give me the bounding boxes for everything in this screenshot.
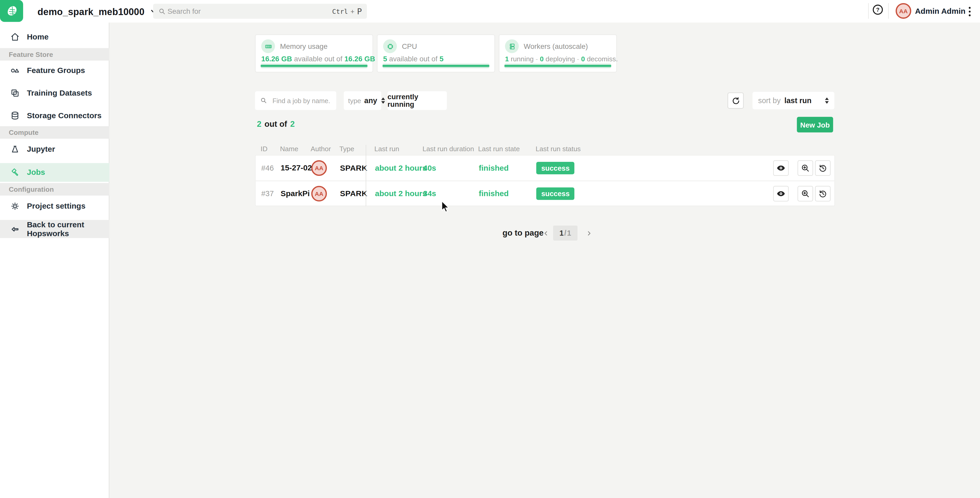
sidebar-item-label: Jobs (27, 168, 45, 177)
sort-value: last run (784, 96, 811, 105)
page-separator: / (564, 228, 566, 238)
memory-value: 16.26 GB available out of 16.26 GB (261, 55, 375, 63)
project-name: demo_spark_meb10000 (37, 6, 145, 17)
home-icon (10, 32, 20, 42)
topbar-divider (888, 3, 889, 19)
shortcut-plus: + (351, 8, 355, 15)
sidebar-item-label: Jupyter (27, 145, 55, 154)
global-search[interactable]: Ctrl + P (153, 4, 367, 19)
cpu-progress-bar (383, 63, 489, 68)
inspect-job-button[interactable] (797, 160, 813, 176)
sidebar: Home Feature Store Feature Groups Traini… (0, 22, 110, 498)
zoom-in-icon (801, 163, 810, 173)
hops-icon (5, 4, 19, 18)
sidebar-item-jobs[interactable]: Jobs (0, 163, 110, 182)
job-search[interactable] (255, 91, 336, 110)
sort-select[interactable]: sort by last run (752, 92, 834, 109)
job-name[interactable]: SparkPi (281, 189, 310, 198)
job-duration: 34s (423, 189, 436, 198)
go-to-page-label: go to page (503, 228, 544, 238)
job-history-button[interactable] (815, 160, 830, 176)
job-history-button[interactable] (815, 186, 830, 201)
workers-card: Workers (autoscale) 1 running - 0 deploy… (499, 34, 617, 73)
header-last-run-status: Last run status (536, 145, 581, 152)
workers-value: 1 running - 0 deploying - 0 decomiss. (505, 55, 618, 63)
refresh-button[interactable] (727, 92, 744, 109)
separator: - (577, 55, 579, 63)
page-indicator[interactable]: 1 / 1 (553, 225, 578, 241)
sidebar-item-training-datasets[interactable]: Training Datasets (0, 84, 110, 102)
sidebar-item-label: Feature Groups (27, 66, 85, 75)
gear-icon (10, 201, 20, 211)
card-title: Memory usage (280, 43, 328, 50)
search-icon (158, 7, 166, 15)
sidebar-section-label: Configuration (9, 186, 54, 193)
sidebar-item-jupyter[interactable]: Jupyter (0, 141, 110, 158)
sidebar-item-project-settings[interactable]: Project settings (0, 197, 110, 215)
help-button[interactable]: ? (872, 4, 884, 16)
global-search-input[interactable] (166, 7, 332, 16)
memory-total: 16.26 GB (344, 55, 375, 63)
cpu-total: 5 (439, 55, 443, 63)
previous-page-button[interactable] (541, 227, 550, 239)
job-duration: 40s (423, 164, 436, 173)
topbar-divider (868, 3, 869, 19)
sidebar-section-label: Feature Store (9, 51, 53, 58)
user-avatar[interactable]: AA (896, 3, 911, 19)
question-circle-icon: ? (872, 4, 884, 16)
header-id: ID (261, 145, 267, 152)
table-row[interactable]: #37 SparkPi AA SPARK about 2 hours 34s f… (256, 181, 834, 206)
sidebar-item-back-to-hopsworks[interactable]: Back to current Hopsworks (0, 220, 110, 238)
card-title: Workers (autoscale) (523, 43, 588, 50)
main-content: Memory usage 16.26 GB available out of 1… (110, 22, 980, 498)
sidebar-item-feature-groups[interactable]: Feature Groups (0, 62, 110, 79)
user-name[interactable]: Admin Admin (915, 0, 966, 22)
memory-middle-text: available out of (294, 55, 342, 63)
memory-available: 16.26 GB (261, 55, 292, 63)
sort-label: sort by (758, 96, 781, 105)
training-datasets-icon (10, 88, 20, 98)
inspect-job-button[interactable] (797, 186, 813, 201)
search-icon (260, 97, 267, 105)
history-icon (818, 163, 827, 173)
hopsworks-logo[interactable] (0, 0, 23, 22)
eye-icon (776, 189, 786, 198)
total-pages: 1 (567, 228, 571, 238)
memory-usage-card: Memory usage 16.26 GB available out of 1… (255, 34, 373, 73)
arrow-left-icon (10, 224, 20, 234)
workers-decommissioning-label: decomiss. (587, 55, 618, 63)
workers-icon (505, 40, 519, 53)
header-author: Author (310, 145, 331, 152)
shortcut-key: P (357, 6, 362, 16)
sidebar-section-label: Compute (9, 128, 39, 136)
cpu-card: CPU 5 available out of 5 (377, 34, 495, 73)
jobs-table: #46 15-27-02 AA SPARK about 2 hours 40s … (255, 155, 835, 206)
overflow-menu-button[interactable] (964, 0, 974, 22)
hopsworks-app: demo_spark_meb10000 Ctrl + P ? AA Admin … (0, 0, 980, 498)
results-of-text: out of (264, 119, 287, 128)
jupyter-icon (10, 144, 20, 154)
table-row[interactable]: #46 15-27-02 AA SPARK about 2 hours 40s … (256, 155, 834, 181)
currently-running-filter[interactable]: currently running (388, 91, 447, 110)
project-switcher[interactable]: demo_spark_meb10000 (37, 0, 158, 22)
feature-groups-icon (10, 66, 20, 76)
header-type: Type (339, 145, 354, 152)
sidebar-item-storage-connectors[interactable]: Storage Connectors (0, 107, 110, 124)
view-job-button[interactable] (773, 186, 789, 201)
sidebar-item-label: Project settings (27, 202, 86, 211)
zoom-in-icon (801, 189, 810, 198)
current-page: 1 (560, 228, 564, 238)
new-job-button[interactable]: New Job (797, 117, 833, 133)
job-name[interactable]: 15-27-02 (281, 164, 310, 173)
sidebar-section-feature-store: Feature Store (0, 48, 110, 60)
next-page-button[interactable] (584, 227, 593, 239)
table-column-divider (366, 145, 366, 206)
sidebar-item-label: Storage Connectors (27, 111, 101, 120)
job-search-input[interactable] (271, 96, 331, 105)
sidebar-item-home[interactable]: Home (0, 28, 110, 46)
type-filter-select[interactable]: type any (344, 91, 381, 110)
job-id: #37 (261, 189, 274, 198)
view-job-button[interactable] (773, 160, 789, 176)
topbar: demo_spark_meb10000 Ctrl + P ? AA Admin … (0, 0, 980, 22)
jobs-gavel-icon (10, 168, 20, 178)
